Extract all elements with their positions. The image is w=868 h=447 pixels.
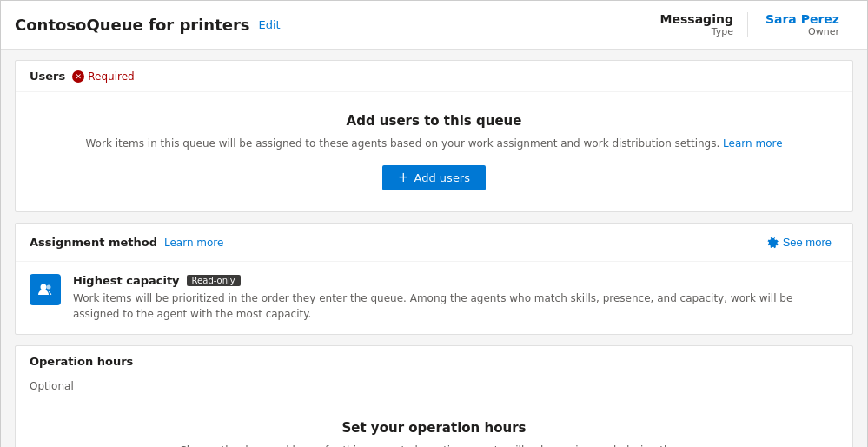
users-section-body: Add users to this queue Work items in th… xyxy=(16,92,852,211)
header-meta-type: Messaging Type xyxy=(646,12,748,37)
svg-point-0 xyxy=(41,284,47,290)
svg-point-1 xyxy=(47,285,51,290)
required-label: Required xyxy=(88,70,134,83)
capacity-icon xyxy=(36,281,54,298)
assignment-icon xyxy=(30,274,61,305)
users-section-title: Users xyxy=(30,70,65,83)
set-hours-title: Set your operation hours xyxy=(30,420,838,436)
header-left: ContosoQueue for printers Edit xyxy=(15,16,281,34)
optional-label: Optional xyxy=(30,380,74,392)
users-title-row: Users ✕ Required xyxy=(30,70,135,83)
assignment-section: Assignment method Learn more See more xyxy=(15,223,853,335)
gear-icon xyxy=(767,237,779,249)
assignment-learn-more[interactable]: Learn more xyxy=(164,237,223,249)
assignment-content: Highest capacity Read-only Work items wi… xyxy=(73,274,838,322)
assignment-section-header: Assignment method Learn more See more xyxy=(16,224,852,262)
operation-hours-title: Operation hours xyxy=(30,355,133,368)
edit-link[interactable]: Edit xyxy=(259,18,281,31)
meta-owner-label: Owner xyxy=(765,26,839,37)
header-right: Messaging Type Sara Perez Owner xyxy=(646,12,853,37)
readonly-badge: Read-only xyxy=(187,275,241,286)
required-icon: ✕ xyxy=(72,70,84,83)
page-title: ContosoQueue for printers xyxy=(15,16,250,34)
required-badge: ✕ Required xyxy=(72,70,134,83)
add-users-button[interactable]: + Add users xyxy=(382,165,486,190)
operation-hours-body: Set your operation hours Choose the days… xyxy=(16,399,852,447)
add-users-plus-icon: + xyxy=(398,171,409,184)
assignment-title: Highest capacity xyxy=(73,274,180,287)
users-section: Users ✕ Required Add users to this queue… xyxy=(15,60,853,212)
assignment-title-row: Assignment method Learn more xyxy=(30,236,223,249)
add-users-desc: Work items in this queue will be assigne… xyxy=(30,136,838,151)
assignment-section-title: Assignment method xyxy=(30,236,157,249)
see-more-label: See more xyxy=(783,236,832,249)
optional-label-wrapper: Optional xyxy=(16,377,852,399)
assignment-row: Highest capacity Read-only Work items wi… xyxy=(16,262,852,334)
users-section-header: Users ✕ Required xyxy=(16,61,852,92)
add-users-label: Add users xyxy=(414,171,470,184)
set-hours-desc: Choose the days and hours for this queue… xyxy=(30,443,838,447)
assignment-desc: Work items will be prioritized in the or… xyxy=(73,290,838,322)
meta-type-value: Messaging xyxy=(660,12,733,26)
add-users-desc-text: Work items in this queue will be assigne… xyxy=(85,137,719,150)
see-more-button[interactable]: See more xyxy=(760,232,838,252)
add-users-title: Add users to this queue xyxy=(30,113,838,129)
meta-type-label: Type xyxy=(660,26,733,37)
assignment-title-row-inner: Highest capacity Read-only xyxy=(73,274,838,287)
header-meta-owner: Sara Perez Owner xyxy=(748,12,853,37)
operation-hours-title-row: Operation hours xyxy=(30,355,133,368)
operation-hours-header: Operation hours xyxy=(16,346,852,377)
page-header: ContosoQueue for printers Edit Messaging… xyxy=(1,1,867,50)
meta-owner-value: Sara Perez xyxy=(765,12,839,26)
main-content: Users ✕ Required Add users to this queue… xyxy=(1,50,867,447)
operation-hours-section: Operation hours Optional Set your operat… xyxy=(15,345,853,447)
add-users-learn-more[interactable]: Learn more xyxy=(723,137,782,150)
